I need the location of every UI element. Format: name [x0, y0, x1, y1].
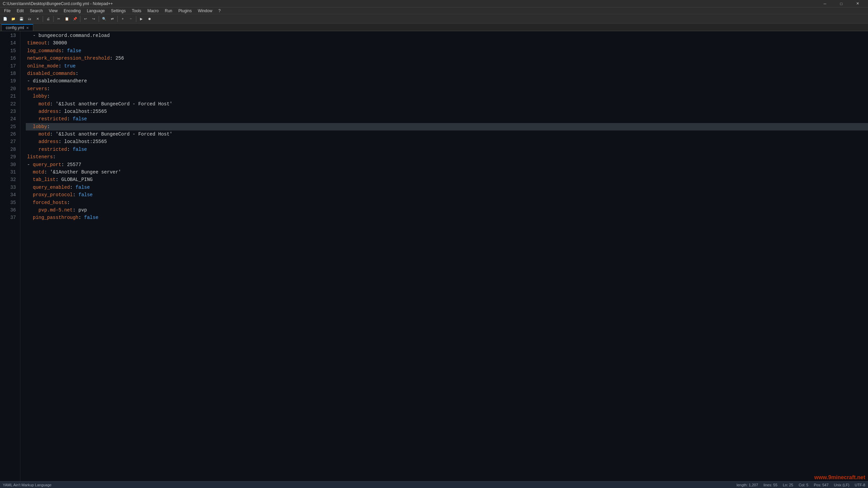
- status-pos: Pos: 547: [814, 483, 828, 487]
- menu-file[interactable]: File: [1, 8, 13, 14]
- code-line-15: log_commands: false: [26, 47, 868, 55]
- line15-val: false: [67, 47, 81, 55]
- line23-key: address: [39, 108, 59, 115]
- close-button[interactable]: ✕: [850, 1, 865, 7]
- line22-val: '&1Just another BungeeCord - Forced Host…: [56, 100, 172, 108]
- line-num-15: 15: [3, 47, 16, 55]
- replace-button[interactable]: ⇄: [108, 15, 116, 23]
- minimize-button[interactable]: ─: [817, 1, 833, 7]
- line-num-21: 21: [3, 93, 16, 100]
- macro-button[interactable]: ⏺: [146, 15, 153, 23]
- code-line-19: - disabledcommandhere: [26, 77, 868, 85]
- tab-label: config.yml: [6, 25, 24, 30]
- line-num-30: 30: [3, 161, 16, 168]
- close-button-tb[interactable]: ✕: [34, 15, 41, 23]
- redo-button[interactable]: ↪: [90, 15, 97, 23]
- line-num-27: 27: [3, 138, 16, 145]
- menu-search[interactable]: Search: [27, 8, 45, 14]
- line26-val: '&1Just another BungeeCord - Forced Host…: [56, 130, 172, 138]
- menu-macro[interactable]: Macro: [145, 8, 161, 14]
- code-line-33: query_enabled: false: [26, 184, 868, 191]
- line-num-22: 22: [3, 100, 16, 108]
- code-line-26: motd: '&1Just another BungeeCord - Force…: [26, 130, 868, 138]
- line30-key: query_port: [33, 161, 61, 168]
- status-ln: Ln: 25: [783, 483, 793, 487]
- code-line-32: tab_list: GLOBAL_PING: [26, 176, 868, 183]
- line20-key: servers: [27, 85, 47, 93]
- line28-val: false: [73, 146, 87, 153]
- maximize-button[interactable]: □: [833, 1, 849, 7]
- zoom-out-button[interactable]: −: [127, 15, 135, 23]
- tab-config-yml[interactable]: config.yml ✕: [1, 24, 33, 31]
- editor-area[interactable]: 13 14 15 16 17 18 19 20 21 22 23 24 25 2…: [0, 31, 868, 481]
- line26-key: motd: [39, 130, 50, 138]
- print-button[interactable]: 🖨: [44, 15, 52, 23]
- find-button[interactable]: 🔍: [100, 15, 108, 23]
- line-num-19: 19: [3, 77, 16, 85]
- line27-val: localhost:25565: [64, 138, 107, 145]
- line-num-31: 31: [3, 168, 16, 176]
- save-button[interactable]: 💾: [18, 15, 25, 23]
- code-line-28: restricted: false: [26, 146, 868, 153]
- tab-bar: config.yml ✕: [0, 24, 868, 31]
- menu-run[interactable]: Run: [162, 8, 175, 14]
- code-line-16: network_compression_threshold: 256: [26, 55, 868, 62]
- menu-edit[interactable]: Edit: [14, 8, 26, 14]
- tab-close-icon[interactable]: ✕: [26, 26, 29, 30]
- open-button[interactable]: 📁: [9, 15, 17, 23]
- line14-key: timeout: [27, 39, 47, 47]
- menu-settings[interactable]: Settings: [108, 8, 128, 14]
- line-num-36: 36: [3, 206, 16, 214]
- code-line-14: timeout: 30000: [26, 39, 868, 47]
- status-encoding: UTF-8: [855, 483, 865, 487]
- line16-val: 256: [115, 55, 124, 62]
- menu-plugins[interactable]: Plugins: [176, 8, 194, 14]
- zoom-in-button[interactable]: +: [119, 15, 126, 23]
- menu-encoding[interactable]: Encoding: [61, 8, 83, 14]
- menu-bar: File Edit Search View Encoding Language …: [0, 7, 868, 14]
- menu-help[interactable]: ?: [216, 8, 223, 14]
- line33-key: query_enabled: [33, 184, 70, 191]
- run-button[interactable]: ▶: [138, 15, 145, 23]
- code-line-18: disabled_commands:: [26, 70, 868, 77]
- line-num-28: 28: [3, 146, 16, 153]
- line31-key: motd: [33, 168, 44, 176]
- menu-language[interactable]: Language: [84, 8, 107, 14]
- save-all-button[interactable]: 🗂: [26, 15, 33, 23]
- cut-button[interactable]: ✂: [55, 15, 62, 23]
- undo-button[interactable]: ↩: [82, 15, 89, 23]
- code-line-13: - bungeecord.command.reload: [26, 32, 868, 39]
- menu-view[interactable]: View: [46, 8, 60, 14]
- line23-val: localhost:25565: [64, 108, 107, 115]
- line17-key: online_mode: [27, 62, 58, 70]
- code-line-35: forced_hosts:: [26, 199, 868, 206]
- new-button[interactable]: 📄: [1, 15, 9, 23]
- line36-key: pvp.md-5.net: [39, 206, 73, 214]
- line-num-13: 13: [3, 32, 16, 39]
- line19-content: - disabledcommandhere: [27, 77, 87, 85]
- status-lines: lines: 55: [764, 483, 777, 487]
- separator-6: [136, 16, 136, 22]
- code-line-29: listeners:: [26, 153, 868, 161]
- line15-key: log_commands: [27, 47, 61, 55]
- status-language: YAML Ain't Markup Language: [3, 483, 52, 487]
- line-numbers: 13 14 15 16 17 18 19 20 21 22 23 24 25 2…: [0, 31, 20, 481]
- separator-2: [53, 16, 54, 22]
- code-content[interactable]: - bungeecord.command.reload timeout: 300…: [20, 31, 868, 481]
- line24-key: restricted: [39, 115, 67, 123]
- line37-key: ping_passthrough: [33, 214, 78, 221]
- menu-window[interactable]: Window: [195, 8, 215, 14]
- line29-key: listeners: [27, 153, 53, 161]
- line-num-17: 17: [3, 62, 16, 70]
- code-line-25: lobby:: [26, 123, 868, 130]
- line30-val: 25577: [67, 161, 81, 168]
- toolbar: 📄 📁 💾 🗂 ✕ 🖨 ✂ 📋 📌 ↩ ↪ 🔍 ⇄ + − ▶ ⏺: [0, 14, 868, 24]
- line-num-34: 34: [3, 191, 16, 199]
- code-line-21: lobby:: [26, 93, 868, 100]
- paste-button[interactable]: 📌: [71, 15, 79, 23]
- line31-val: '&1Another Bungee server': [50, 168, 121, 176]
- line-num-24: 24: [3, 115, 16, 123]
- window-title: C:\Users\tanmi\Desktop\BungeeCord.config…: [3, 1, 113, 6]
- menu-tools[interactable]: Tools: [129, 8, 144, 14]
- copy-button[interactable]: 📋: [63, 15, 71, 23]
